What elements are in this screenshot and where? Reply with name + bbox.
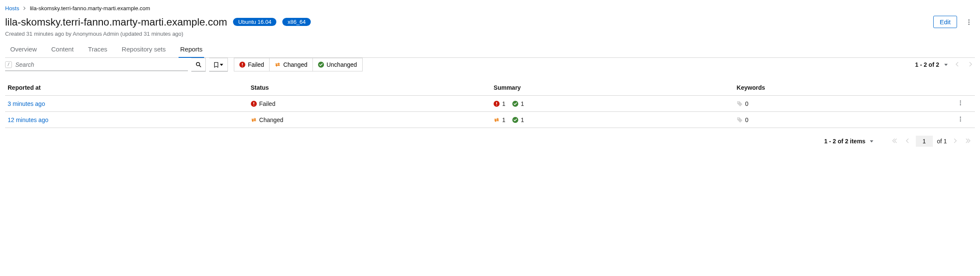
chevron-right-icon — [23, 6, 26, 11]
pager-bottom-range: 1 - 2 of 2 items — [824, 138, 865, 145]
toolbar: / Failed Changed Unchanged 1 - — [5, 58, 975, 71]
filter-changed-button[interactable]: Changed — [270, 58, 313, 71]
table-header: Reported at Status Summary Keywords — [5, 80, 975, 96]
pager-next-button[interactable] — [966, 61, 975, 68]
failed-icon — [494, 101, 500, 107]
table-row: 3 minutes ago Failed 1 1 0 — [5, 96, 975, 112]
tab-content[interactable]: Content — [50, 41, 76, 58]
cell-keywords: 0 — [737, 100, 955, 107]
search-wrap: / — [5, 59, 188, 71]
reports-table: Reported at Status Summary Keywords 3 mi… — [5, 80, 975, 128]
summary-failed-count: 1 — [502, 100, 506, 107]
search-button[interactable] — [191, 58, 206, 71]
filter-failed-button[interactable]: Failed — [234, 58, 270, 71]
page-title: lila-skomsky.terri-fanno.marty-marti.exa… — [5, 16, 227, 28]
report-link[interactable]: 3 minutes ago — [8, 100, 45, 107]
status-filter-group: Failed Changed Unchanged — [234, 58, 363, 71]
row-actions-kebab[interactable] — [955, 100, 966, 107]
col-keywords[interactable]: Keywords — [737, 84, 955, 91]
pager-last-button[interactable] — [964, 137, 972, 145]
tab-traces[interactable]: Traces — [86, 41, 109, 58]
pager-page-input[interactable] — [916, 136, 933, 147]
chevron-down-icon[interactable] — [944, 64, 948, 66]
pager-prev-button[interactable] — [903, 137, 912, 145]
pager-top: 1 - 2 of 2 — [915, 61, 975, 68]
row-actions-kebab[interactable] — [955, 116, 966, 123]
tag-icon — [737, 101, 743, 107]
unchanged-icon — [318, 62, 324, 68]
status-label: Changed — [259, 117, 284, 123]
filter-changed-label: Changed — [283, 61, 307, 68]
bookmark-icon — [213, 62, 219, 68]
pager-bottom: 1 - 2 of 2 items of 1 — [5, 128, 975, 148]
os-badge: Ubuntu 16.04 — [233, 18, 276, 26]
cell-status: Failed — [251, 100, 494, 107]
col-reported-at[interactable]: Reported at — [8, 84, 251, 91]
col-status[interactable]: Status — [251, 84, 494, 91]
keywords-count: 0 — [745, 100, 749, 107]
keywords-count: 0 — [745, 117, 749, 123]
pager-top-range: 1 - 2 of 2 — [915, 61, 939, 68]
filter-unchanged-button[interactable]: Unchanged — [313, 58, 363, 71]
changed-icon — [494, 117, 500, 123]
cell-status: Changed — [251, 117, 494, 123]
breadcrumb-current: lila-skomsky.terri-fanno.marty-marti.exa… — [30, 5, 150, 11]
tabs: Overview Content Traces Repository sets … — [5, 41, 975, 58]
changed-icon — [251, 117, 257, 123]
search-input[interactable] — [14, 59, 188, 71]
pager-next-button[interactable] — [951, 137, 960, 145]
cell-summary: 1 1 — [494, 117, 737, 123]
pager-of-label: of 1 — [937, 138, 947, 145]
cell-keywords: 0 — [737, 117, 955, 123]
slash-shortcut-icon: / — [5, 61, 12, 68]
summary-ok-count: 1 — [521, 100, 524, 107]
summary-changed-count: 1 — [502, 117, 506, 123]
table-row: 12 minutes ago Changed 1 1 0 — [5, 112, 975, 128]
col-summary[interactable]: Summary — [494, 84, 737, 91]
chevron-down-icon[interactable] — [870, 140, 873, 142]
tag-icon — [737, 117, 743, 123]
ok-icon — [512, 101, 518, 107]
failed-icon — [239, 62, 245, 68]
ok-icon — [512, 117, 518, 123]
arch-badge: x86_64 — [282, 18, 311, 26]
status-label: Failed — [259, 100, 276, 107]
tab-reports[interactable]: Reports — [179, 41, 205, 58]
header-actions-kebab[interactable] — [963, 16, 975, 28]
summary-ok-count: 1 — [521, 117, 524, 123]
edit-button[interactable]: Edit — [933, 16, 957, 28]
breadcrumb: Hosts lila-skomsky.terri-fanno.marty-mar… — [5, 5, 975, 11]
tab-overview[interactable]: Overview — [9, 41, 39, 58]
tab-repository-sets[interactable]: Repository sets — [120, 41, 167, 58]
report-link[interactable]: 12 minutes ago — [8, 117, 48, 123]
pager-prev-button[interactable] — [953, 61, 961, 68]
changed-icon — [275, 62, 281, 68]
chevron-down-icon — [220, 64, 223, 66]
filter-unchanged-label: Unchanged — [327, 61, 357, 68]
search-icon — [196, 62, 202, 68]
failed-icon — [251, 101, 257, 107]
pager-first-button[interactable] — [890, 137, 899, 145]
cell-summary: 1 1 — [494, 100, 737, 107]
breadcrumb-root-link[interactable]: Hosts — [5, 5, 19, 11]
page-subtitle: Created 31 minutes ago by Anonymous Admi… — [5, 31, 975, 37]
bookmarks-button[interactable] — [209, 58, 228, 71]
page-header: lila-skomsky.terri-fanno.marty-marti.exa… — [5, 16, 975, 28]
filter-failed-label: Failed — [248, 61, 264, 68]
